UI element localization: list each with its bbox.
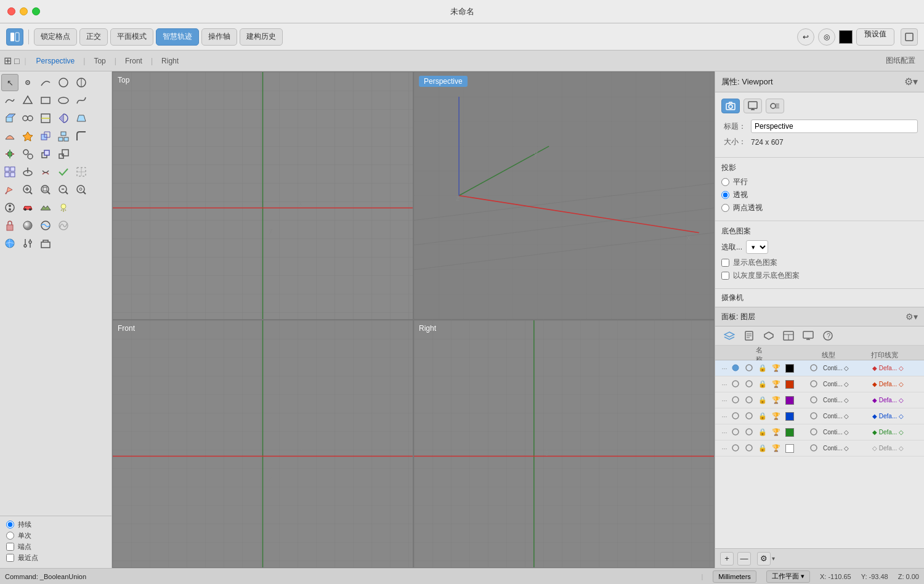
layer-material-icon[interactable]: 🏆 <box>772 396 785 404</box>
workplane-button[interactable]: 工作平面 ▾ <box>766 570 810 583</box>
tool-array[interactable] <box>55 128 72 145</box>
layer-menu-icon[interactable]: ··· <box>718 429 731 436</box>
layout-left-button[interactable] <box>6 28 23 46</box>
tool-explode[interactable] <box>19 128 36 145</box>
layer-visible-icon[interactable] <box>745 412 758 421</box>
layer-lock-icon[interactable]: 🔒 <box>758 444 772 452</box>
layer-linetype[interactable]: Conti... ◇ <box>823 397 872 404</box>
layer-active-dot[interactable] <box>731 379 745 389</box>
layer-row[interactable]: ··· 🔒 🏆 Conti... ◇ <box>715 376 924 392</box>
layer-active-dot[interactable] <box>731 444 745 453</box>
layer-printwidth[interactable]: ◆ Defa... ◇ <box>872 413 922 420</box>
tool-gumball[interactable] <box>1 145 18 163</box>
lock-grid-button[interactable]: 锁定格点 <box>34 28 77 46</box>
tab-perspective[interactable]: Perspective <box>29 52 83 70</box>
tool-snap-settings[interactable] <box>19 235 36 252</box>
tool-revolve[interactable] <box>55 110 72 127</box>
layers-gear-button[interactable]: ⚙ <box>757 552 771 566</box>
layers-gear-arrow[interactable]: ▾ <box>772 555 775 562</box>
view-grid-icon[interactable]: ⊞ <box>4 55 12 67</box>
layers-icon-monitor[interactable] <box>800 329 816 343</box>
layer-material-icon[interactable]: 🏆 <box>772 380 785 388</box>
layer-visible-icon[interactable] <box>745 379 758 389</box>
viewport-front[interactable]: Front z x <box>112 320 413 568</box>
tool-loft[interactable] <box>73 110 90 127</box>
drawing-settings-button[interactable]: 图纸配置 <box>886 55 920 66</box>
tab-top[interactable]: Top <box>86 52 113 70</box>
snap-single-radio[interactable] <box>6 532 14 540</box>
layers-panel-settings-icon[interactable]: ⚙▾ <box>906 312 918 322</box>
tool-scale[interactable] <box>55 145 72 163</box>
layer-linetype[interactable]: Conti... ◇ <box>823 381 872 387</box>
view-layout-icon[interactable]: □ <box>14 56 19 66</box>
tool-material[interactable] <box>19 217 36 234</box>
operation-axis-button[interactable]: 操作轴 <box>201 28 237 46</box>
layer-print-dot[interactable] <box>809 412 823 421</box>
layer-linetype[interactable]: Conti... ◇ <box>823 365 872 371</box>
proj-perspective-radio[interactable] <box>721 191 729 199</box>
layer-lock-icon[interactable]: 🔒 <box>758 412 772 420</box>
viewport-top[interactable]: Top y x <box>112 71 413 320</box>
layer-linetype[interactable]: Conti... ◇ <box>823 413 872 420</box>
layer-menu-icon[interactable]: ··· <box>718 445 731 452</box>
layers-icon-layout[interactable] <box>780 329 796 343</box>
layer-row[interactable]: ··· 🔒 🏆 Conti... ◇ <box>715 424 924 440</box>
tool-lock[interactable] <box>1 217 18 234</box>
viewport-perspective[interactable]: Perspective <box>413 71 715 320</box>
layer-printwidth[interactable]: ◆ Defa... ◇ <box>872 429 922 436</box>
tool-join[interactable] <box>19 110 36 127</box>
layer-color-swatch[interactable] <box>785 380 809 389</box>
tool-car[interactable] <box>19 199 36 216</box>
layer-active-dot[interactable] <box>731 412 745 421</box>
units-button[interactable]: Millimeters <box>713 570 756 583</box>
tool-zoom-win[interactable] <box>37 181 54 198</box>
layer-lock-icon[interactable]: 🔒 <box>758 396 772 404</box>
layer-row[interactable]: ··· 🔒 🏆 Conti... ◇ <box>715 440 924 456</box>
snap-endpoint-checkbox[interactable] <box>6 543 14 551</box>
layers-icon-help[interactable]: ? <box>820 329 836 343</box>
tool-patch[interactable] <box>1 128 18 145</box>
tool-cage[interactable] <box>73 163 90 180</box>
layer-printwidth[interactable]: ◆ Defa... ◇ <box>872 365 922 371</box>
layer-print-dot[interactable] <box>809 444 823 453</box>
layer-menu-icon[interactable]: ··· <box>718 397 731 404</box>
layer-row[interactable]: ··· 🔒 🏆 Conti... ◇ <box>715 408 924 424</box>
tool-pan[interactable] <box>1 199 18 216</box>
tool-orient[interactable] <box>19 163 36 180</box>
toolbar-circle-btn-2[interactable]: ◎ <box>818 28 835 46</box>
tool-fillet[interactable] <box>73 128 90 145</box>
layer-print-dot[interactable] <box>809 395 823 405</box>
layer-printwidth[interactable]: ◆ Defa... ◇ <box>872 381 922 387</box>
tool-env[interactable] <box>37 217 54 234</box>
tool-zoom-lens[interactable] <box>73 181 90 198</box>
tool-render[interactable] <box>55 217 72 234</box>
bg-gray-checkbox[interactable] <box>721 272 729 280</box>
tool-point[interactable] <box>19 74 36 91</box>
layer-visible-icon[interactable] <box>745 428 758 437</box>
layers-icon-layers[interactable] <box>721 329 737 343</box>
orthographic-button[interactable]: 正交 <box>79 28 108 46</box>
layer-material-icon[interactable]: 🏆 <box>772 364 785 372</box>
bg-show-checkbox[interactable] <box>721 259 729 267</box>
tool-zoom-ext[interactable] <box>19 181 36 198</box>
tool-terrain[interactable] <box>37 199 54 216</box>
layer-printwidth[interactable]: ◇ Defa... ◇ <box>872 445 922 452</box>
snap-persistent-radio[interactable] <box>6 521 14 529</box>
layer-lock-icon[interactable]: 🔒 <box>758 428 772 436</box>
tool-curve3[interactable] <box>73 74 90 91</box>
layer-active-dot[interactable] <box>731 428 745 437</box>
tool-named-positions[interactable] <box>37 235 54 252</box>
prop-icon-camera[interactable] <box>721 99 740 113</box>
close-button[interactable] <box>7 7 15 15</box>
tool-align[interactable] <box>19 145 36 163</box>
tool-rect[interactable] <box>37 92 54 109</box>
preset-button[interactable]: 预设值 <box>856 28 894 46</box>
layers-icon-page[interactable] <box>741 329 757 343</box>
tool-select[interactable]: ↖ <box>1 74 18 91</box>
tool-zoom-sel[interactable] <box>55 181 72 198</box>
layer-linetype[interactable]: Conti... ◇ <box>823 445 872 452</box>
tool-freehand[interactable] <box>1 92 18 109</box>
smart-track-button[interactable]: 智慧轨迹 <box>156 28 199 46</box>
prop-icon-display[interactable] <box>744 99 762 113</box>
tool-extrude[interactable] <box>1 110 18 127</box>
